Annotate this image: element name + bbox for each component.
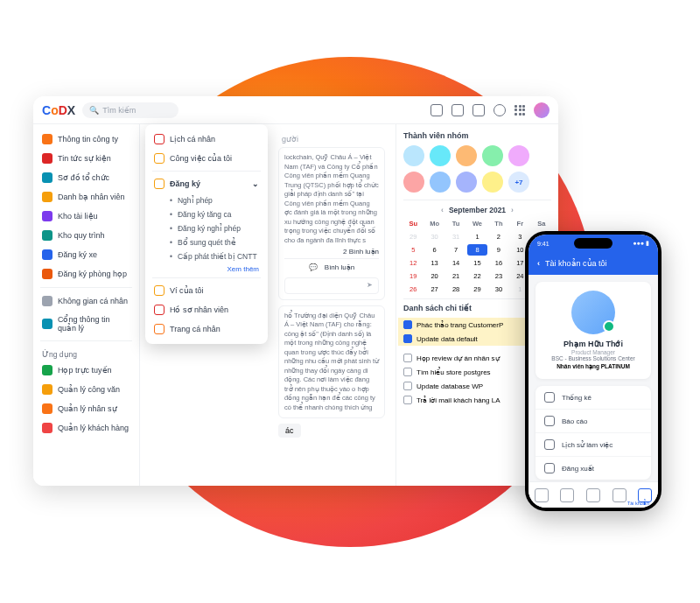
calendar-day[interactable]: 31 [446,231,466,242]
member-avatar[interactable] [508,145,529,166]
members-title: Thành viên nhóm [403,131,551,140]
nav-stats-icon[interactable] [612,488,626,502]
member-avatar[interactable] [430,172,451,193]
dropdown-item[interactable]: Công việc của tôi [145,149,268,168]
dropdown-item[interactable]: Lịch cá nhân [145,130,268,149]
dropdown-subitem[interactable]: Bổ sung quét thẻ [145,235,268,249]
calendar-day[interactable]: 13 [424,257,444,269]
checkbox-icon[interactable] [403,334,412,343]
calendar-day[interactable]: 28 [446,284,466,295]
comment-button[interactable]: Bình luận [325,263,354,272]
nav-tasks-icon[interactable] [586,488,600,502]
calendar-day[interactable]: 22 [467,270,486,282]
phone-menu-item[interactable]: Thống kê [536,386,651,410]
register-icon [154,179,164,189]
notification-icon[interactable] [494,104,506,116]
send-icon[interactable]: ➤ [367,281,373,291]
member-avatar[interactable] [403,172,424,193]
calendar-day[interactable]: 20 [424,270,444,282]
calendar-day[interactable]: 30 [489,284,508,295]
calendar-day[interactable]: 5 [403,244,423,256]
dropdown-item-register[interactable]: Đăng ký ⌄ [145,174,268,193]
comment-count[interactable]: 2 Bình luận [343,247,379,256]
checkbox-icon[interactable] [403,354,412,362]
sidebar-item[interactable]: Họp trực tuyến [33,361,139,380]
dropdown-subitem[interactable]: Đăng ký nghỉ phép [145,221,268,235]
feed-filter-button[interactable]: ác [278,424,301,438]
nav-news-icon[interactable] [560,488,574,502]
sidebar-item[interactable]: Đăng ký phòng họp [33,264,139,284]
calendar-day[interactable]: 15 [467,257,486,269]
calendar-day[interactable]: 19 [403,270,423,282]
calendar-day[interactable]: 14 [446,257,466,269]
calendar-day[interactable]: 26 [403,284,423,295]
sidebar-item-label: Đăng ký xe [58,250,97,259]
sidebar-item[interactable]: Danh bạ nhân viên [33,187,139,207]
sidebar-item[interactable]: Đăng ký xe [33,245,139,264]
back-icon[interactable]: ‹ [537,259,540,268]
sidebar-item[interactable]: Kho quy trình [33,226,139,245]
calendar-day[interactable]: 7 [446,244,466,256]
menu-item-icon [544,416,555,426]
sidebar-item[interactable]: Cổng thông tin quản lý [33,311,139,337]
sidebar-item[interactable]: Không gian cá nhân [33,291,139,311]
dropdown-subitem[interactable]: Đăng ký tăng ca [145,207,268,221]
member-avatar[interactable] [403,145,424,166]
chevron-left-icon[interactable]: ‹ [441,206,444,214]
calendar-day[interactable]: 2 [489,231,508,242]
calendar-day[interactable]: 21 [446,270,466,282]
sidebar-item[interactable]: Quản lý nhân sự [33,399,139,418]
member-avatar[interactable] [430,145,451,166]
tasks-icon[interactable] [452,104,464,116]
member-avatar[interactable] [482,172,503,193]
checkbox-icon[interactable] [403,368,412,376]
sidebar-item[interactable]: Thông tin công ty [33,130,139,149]
calendar-day[interactable]: 30 [424,231,444,242]
dropdown-subitem[interactable]: Nghỉ phép [145,193,268,207]
member-avatar[interactable] [482,145,503,166]
checkbox-icon[interactable] [403,320,412,329]
dropdown-item[interactable]: Hồ sơ nhân viên [145,300,268,319]
calendar-day[interactable]: 29 [467,284,486,295]
phone-menu-item[interactable]: Đăng xuất [536,457,651,480]
calendar-day[interactable]: 23 [489,270,508,282]
sidebar-item-label: Kho tài liệu [58,212,98,221]
dropdown-subitem[interactable]: Cấp phát thiết bị CNTT [145,249,268,263]
sidebar-item[interactable]: Quản lý công văn [33,380,139,399]
calendar-day[interactable]: 27 [424,284,444,295]
sidebar-item[interactable]: Tin tức sự kiện [33,149,139,168]
calendar-day[interactable]: 29 [403,231,423,242]
phone-menu-item[interactable]: Lịch sử làm việc [536,433,651,457]
sidebar-item[interactable]: Kho tài liệu [33,207,139,226]
dropdown-item[interactable]: Trang cá nhân [145,319,268,339]
user-avatar[interactable] [534,102,550,118]
member-avatar[interactable] [456,172,477,193]
calendar-day[interactable]: 16 [489,257,508,269]
calendar-day[interactable]: 3 [510,231,529,242]
calendar-day[interactable]: 6 [424,244,444,256]
sidebar-item[interactable]: Sơ đồ tổ chức [33,168,139,187]
checkbox-icon[interactable] [403,396,412,404]
notes-icon[interactable] [430,104,443,116]
profile-card: Phạm Hữu Thới Product Manager BSC - Busi… [536,282,651,379]
sidebar-item[interactable]: Quản lý khách hàng [33,418,139,438]
calendar-day[interactable]: 9 [489,244,508,256]
apps-grid-icon[interactable] [514,105,525,116]
app-logo[interactable]: CoDX [42,103,75,117]
chat-icon[interactable] [472,104,485,116]
member-avatar[interactable] [456,145,477,166]
chevron-right-icon[interactable]: › [511,206,514,214]
phone-menu-item[interactable]: Báo cáo [536,410,651,433]
profile-avatar[interactable] [571,291,615,334]
nav-calendar-icon[interactable] [535,488,549,502]
checkbox-icon[interactable] [403,382,412,390]
dropdown-item[interactable]: Ví của tôi [145,281,268,300]
calendar-day[interactable]: 1 [467,231,486,242]
sidebar-item-label: Cổng thông tin quản lý [58,315,130,333]
search-input[interactable]: 🔍 Tìm kiếm [82,102,178,118]
member-more[interactable]: +7 [508,172,529,193]
see-more-link[interactable]: Xem thêm [145,263,268,275]
calendar-day[interactable]: 12 [403,257,423,269]
comment-input[interactable]: ➤ [284,277,379,294]
calendar-day[interactable]: 8 [467,244,486,256]
